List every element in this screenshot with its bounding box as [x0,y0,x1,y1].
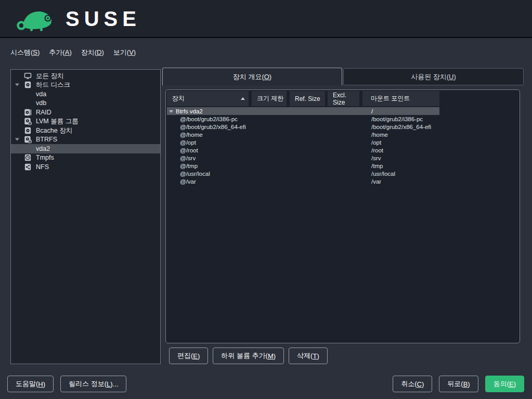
column-header-label: 장치 [172,94,185,103]
brand-wordmark: SUSE [66,8,141,29]
chevron-down-icon[interactable] [169,110,173,113]
column-header-label: Excl. Size [333,92,359,106]
sidebar-item-all-devices[interactable]: 모든 장치 [11,71,160,81]
table-body: Btrfs vda2/@/boot/grub2/i386-pc/boot/gru… [167,107,518,185]
mount-point-cell: /boot/grub2/x86_64-efi [371,124,431,130]
chevron-down-icon[interactable] [15,138,19,141]
suse-chameleon-icon [16,6,57,32]
sidebar-item-bcache[interactable]: Bcache 장치 [11,126,160,135]
device-cell: @/srv [180,155,196,161]
table-row[interactable]: @/home/home [167,131,439,138]
menubar: 시스템(S)추가(A)장치(D)보기(V) [0,38,532,67]
accept-button[interactable]: 동의(E) [485,376,524,392]
sidebar-item-tmpfs[interactable]: Tmpfs [11,153,160,163]
device-name: @/usr/local [180,171,210,177]
table-header-row: 장치크기 제한Ref. SizeExcl. Size마운트 포인트 [167,91,518,106]
device-cell: @/boot/grub2/i386-pc [180,116,238,122]
device-name: @/home [180,132,203,138]
device-name: Btrfs vda2 [176,108,203,114]
column-header[interactable]: 크기 제한 [252,91,287,106]
lvm-icon [24,118,32,125]
chevron-down-icon[interactable] [15,84,19,86]
column-header[interactable]: 장치 [167,91,249,106]
tab-used-devices[interactable]: 사용된 장치(U) [343,68,524,85]
sidebar-item-vdb[interactable]: vdb [11,99,160,108]
cancel-button[interactable]: 취소(C) [393,376,432,392]
table-row[interactable]: Btrfs vda2/ [167,107,439,115]
column-header-label: 마운트 포인트 [371,94,410,103]
back-button[interactable]: 뒤로(B) [439,376,478,392]
device-cell: Btrfs vda2 [169,108,203,114]
sidebar-item-label: vda [36,91,46,98]
sidebar-item-hard-disks[interactable]: 하드 디스크 [11,81,160,90]
sidebar-item-label: 하드 디스크 [36,81,70,89]
bcache-icon [24,126,32,134]
table-row[interactable]: @/var/var [167,177,439,185]
device-name: @/boot/grub2/x86_64-efi [180,124,246,130]
sort-ascending-icon [241,97,245,100]
subvolume-table: 장치크기 제한Ref. SizeExcl. Size마운트 포인트 Btrfs … [165,89,520,343]
sidebar-item-vda[interactable]: vda [11,89,160,99]
release-notes-button[interactable]: 릴리스 정보(L)... [60,376,126,392]
delete-button[interactable]: 삭제(T) [289,347,328,364]
mount-point-cell: /srv [371,155,381,161]
table-row[interactable]: @/srv/srv [167,154,439,162]
menu-system[interactable]: 시스템(S) [10,48,40,57]
device-name: @/var [180,178,196,185]
table-row[interactable]: @/tmp/tmp [167,162,439,170]
menu-add[interactable]: 추가(A) [49,48,71,57]
device-cell: @/home [180,132,203,138]
help-button[interactable]: 도움말(H) [7,376,54,392]
device-cell: @/usr/local [180,171,210,177]
sidebar-item-btrfs[interactable]: BTRFS [11,135,160,145]
sidebar-item-raid[interactable]: RAID [11,108,160,117]
mount-point-cell: /home [371,132,388,138]
edit-button[interactable]: 편집(E) [169,347,208,364]
sidebar-item-lvm-volume-groups[interactable]: LVM 볼륨 그룹 [11,117,160,126]
device-cell: @/boot/grub2/x86_64-efi [180,124,246,130]
mount-point-cell: /boot/grub2/i386-pc [371,116,423,122]
device-cell: @/var [180,178,196,185]
add-subvolume-button[interactable]: 하위 볼륨 추가(M) [213,347,284,364]
table-row[interactable]: @/root/root [167,146,439,154]
mount-point-cell: /opt [371,139,381,146]
column-header-label: 크기 제한 [257,94,283,103]
table-row[interactable]: @/boot/grub2/x86_64-efi/boot/grub2/x86_6… [167,123,439,131]
sidebar-item-label: NFS [36,163,49,171]
column-header[interactable]: Ref. Size [290,91,325,106]
tab-device-overview[interactable]: 장치 개요(O) [162,68,342,85]
sidebar-item-label: vdb [36,99,46,107]
column-header-label: Ref. Size [295,95,320,102]
column-header[interactable]: Excl. Size [328,91,359,106]
table-row[interactable]: @/opt/opt [167,138,439,146]
menu-device[interactable]: 장치(D) [81,48,104,57]
footer-right-buttons: 취소(C)뒤로(B)동의(E) [393,376,524,392]
sidebar-item-label: RAID [36,109,51,116]
mount-point-cell: / [371,108,373,114]
sidebar-item-label: Tmpfs [36,154,54,161]
sidebar-item-vda2[interactable]: vda2 [11,144,160,153]
mount-point-cell: /usr/local [371,171,395,177]
device-cell: @/root [180,147,198,153]
yast-partitioner-window: SUSE 시스템(S)추가(A)장치(D)보기(V) 모든 장치하드 디스크vd… [0,0,532,399]
device-cell: @/tmp [180,163,198,169]
device-name: @/tmp [180,163,198,169]
mount-point-cell: /var [371,178,381,185]
disk-icon [24,81,32,89]
table-row[interactable]: @/boot/grub2/i386-pc/boot/grub2/i386-pc [167,115,439,123]
brand-bar: SUSE [0,0,532,38]
sidebar-item-label: BTRFS [36,136,57,143]
device-name: @/root [180,147,198,153]
tmpfs-icon [24,154,32,162]
sidebar-item-nfs[interactable]: NFS [11,162,160,172]
sidebar-item-label: vda2 [36,145,50,152]
menu-view[interactable]: 보기(V) [113,48,136,57]
sidebar-item-label: LVM 볼륨 그룹 [36,117,79,126]
device-name: @/opt [180,139,196,146]
sidebar-item-label: 모든 장치 [36,71,63,80]
table-actions: 편집(E)하위 볼륨 추가(M)삭제(T) [169,347,328,364]
table-row[interactable]: @/usr/local/usr/local [167,170,439,177]
device-name: @/srv [180,155,196,161]
btrfs-icon [24,136,32,144]
column-header[interactable]: 마운트 포인트 [362,91,439,106]
